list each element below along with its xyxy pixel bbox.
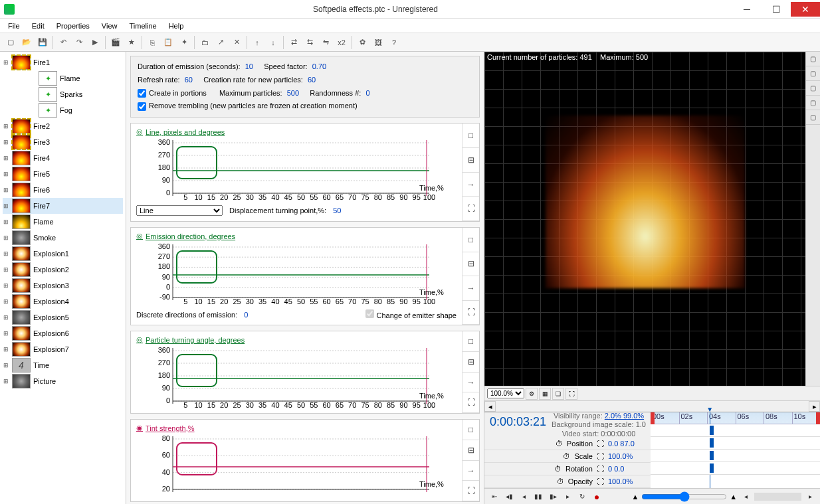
menu-edit[interactable]: Edit — [27, 20, 50, 32]
keyframe[interactable] — [712, 451, 714, 460]
loop-button[interactable]: ↻ — [576, 491, 588, 503]
graph-title[interactable]: ◎Emission direction, degrees — [136, 230, 457, 242]
graph-side-btn-3[interactable]: ⛶ — [462, 197, 479, 221]
graph-title[interactable]: ◉Tint strength,% — [136, 422, 457, 434]
pause-button[interactable]: ▮▮ — [532, 491, 544, 503]
tree-item-smoke[interactable]: ⊞Smoke — [3, 230, 123, 246]
scroll-right-button[interactable]: ▸ — [809, 401, 820, 412]
tree-item-fire5[interactable]: ⊞Fire5 — [3, 166, 123, 182]
leaf-button[interactable]: ✿ — [355, 35, 369, 50]
current-time[interactable]: 0:00:03:21 — [484, 412, 552, 438]
copy-button[interactable]: ⎘ — [145, 35, 159, 50]
graph-side-btn-2[interactable]: → — [462, 373, 479, 393]
graph-side-btn-1[interactable]: ⊟ — [462, 352, 479, 373]
stopwatch-icon[interactable]: ⏱ — [554, 465, 562, 473]
create-portions-checkbox[interactable] — [138, 89, 146, 98]
new-button[interactable]: ▢ — [3, 35, 18, 50]
menu-help[interactable]: Help — [163, 20, 189, 32]
graph-side-btn-0[interactable]: □ — [462, 420, 479, 440]
play-back-button[interactable]: ◂ — [518, 491, 530, 503]
tree-item-fire1[interactable]: ⊞Fire1 — [3, 54, 123, 70]
tree-item-sparks[interactable]: ✦Sparks — [29, 86, 123, 102]
speed-value[interactable]: 0.70 — [312, 62, 326, 70]
tool-btn-4[interactable]: ⛶ — [565, 388, 577, 400]
timeline-row-rotation[interactable]: ⏱Rotation⛶0 0.0 — [484, 463, 651, 475]
graph-canvas[interactable]: 3602701809005101520253035404550556065707… — [136, 137, 457, 201]
star2-button[interactable]: ✦ — [177, 35, 191, 50]
menu-properties[interactable]: Properties — [51, 20, 95, 32]
tool-btn-2[interactable]: ▦ — [539, 388, 551, 400]
keyframe[interactable] — [712, 463, 714, 473]
frame-button[interactable]: ▢ — [806, 110, 820, 125]
tree-item-explosion5[interactable]: ⊞Explosion5 — [3, 309, 123, 325]
graph-title[interactable]: ◎Line, pixels and degrees — [136, 126, 457, 137]
stopwatch-icon[interactable]: ⏱ — [556, 440, 563, 448]
expander-icon[interactable]: ⊞ — [3, 139, 9, 145]
open-button[interactable]: 📂 — [19, 35, 34, 50]
stopwatch-icon[interactable]: ⏱ — [557, 477, 564, 485]
expand-icon[interactable]: ⛶ — [597, 465, 604, 473]
save-button[interactable]: 💾 — [35, 35, 50, 50]
row-value[interactable]: 0 0.0 — [608, 465, 647, 473]
row-value[interactable]: 100.0% — [608, 477, 647, 485]
tree-item-flame[interactable]: ⊞Flame — [3, 214, 123, 230]
layout-button[interactable]: ▢ — [806, 81, 820, 96]
minimize-button[interactable]: ─ — [732, 2, 762, 17]
keyframe[interactable] — [712, 426, 714, 435]
zoom-select[interactable]: 100.0% — [487, 388, 524, 398]
close-button[interactable]: ✕ — [791, 2, 820, 17]
expander-icon[interactable]: ⊞ — [3, 123, 9, 129]
expander-icon[interactable]: ⊞ — [3, 218, 9, 225]
image-button[interactable]: 🖼 — [371, 35, 385, 50]
maxp-value[interactable]: 500 — [287, 89, 299, 97]
graph-side-btn-2[interactable]: → — [462, 276, 479, 301]
x2-button[interactable]: x2 — [334, 35, 349, 50]
expander-icon[interactable]: ⊞ — [3, 378, 9, 384]
paste-button[interactable]: 📋 — [161, 35, 175, 50]
expander-icon[interactable]: ⊞ — [3, 314, 9, 321]
menu-file[interactable]: File — [3, 20, 25, 32]
expander-icon[interactable]: ⊞ — [3, 187, 9, 193]
tree-item-fog[interactable]: ✦Fog — [29, 102, 123, 118]
graph-canvas[interactable]: 80604020Time,% — [136, 434, 457, 497]
tree-item-fire2[interactable]: ⊞Fire2 — [3, 118, 123, 134]
tool-btn-3[interactable]: ❏ — [552, 388, 564, 400]
graph-canvas[interactable]: 3602701809005101520253035404550556065707… — [136, 345, 457, 409]
tree-item-explosion1[interactable]: ⊞Explosion1 — [3, 246, 123, 262]
tree-item-flame[interactable]: ✦Flame — [29, 70, 123, 86]
row-value[interactable]: 100.0% — [608, 452, 647, 460]
graph-title[interactable]: ◎Particle turning angle, degrees — [136, 334, 457, 345]
graph-side-btn-0[interactable]: □ — [462, 331, 479, 352]
expander-icon[interactable]: ⊞ — [3, 362, 9, 369]
timeline-row-scale[interactable]: ⏱Scale⛶100.0% — [484, 450, 651, 463]
remove-trembling-checkbox[interactable] — [138, 102, 146, 111]
stopwatch-icon[interactable]: ⏱ — [563, 452, 570, 460]
range-start-handle[interactable] — [651, 412, 655, 424]
star-button[interactable]: ★ — [124, 35, 139, 50]
expander-icon[interactable]: ⊞ — [3, 203, 9, 209]
tree-item-explosion6[interactable]: ⊞Explosion6 — [3, 325, 123, 341]
emitter-shape-checkbox[interactable] — [365, 309, 374, 318]
graph-side-btn-0[interactable]: □ — [462, 124, 479, 148]
footer-value[interactable]: 0 — [244, 311, 248, 319]
record-button[interactable]: ● — [591, 491, 603, 503]
link1-button[interactable]: ⇄ — [286, 35, 301, 50]
undo-button[interactable]: ↶ — [56, 35, 70, 50]
graph-canvas[interactable]: 360270180900-905101520253035404550556065… — [136, 242, 457, 305]
duration-value[interactable]: 10 — [245, 62, 253, 70]
menu-view[interactable]: View — [96, 20, 123, 32]
link3-button[interactable]: ⇋ — [318, 35, 333, 50]
expander-icon[interactable]: ⊞ — [3, 282, 9, 289]
visibility-range[interactable]: 2.0% 99.0% — [605, 412, 644, 420]
goto-start-button[interactable]: ⇤ — [488, 491, 500, 503]
expander-icon[interactable]: ⊞ — [3, 330, 9, 337]
director-button[interactable]: 🎬 — [108, 35, 123, 50]
expander-icon[interactable]: ⊞ — [3, 298, 9, 305]
expand-icon[interactable]: ⛶ — [597, 452, 604, 460]
tree-item-explosion2[interactable]: ⊞Explosion2 — [3, 262, 123, 278]
tree-item-fire6[interactable]: ⊞Fire6 — [3, 182, 123, 198]
volume-slider[interactable] — [641, 491, 727, 502]
graph-side-btn-2[interactable]: → — [462, 173, 479, 197]
bounds-button[interactable]: ▢ — [806, 96, 820, 110]
tree-item-fire4[interactable]: ⊞Fire4 — [3, 150, 123, 166]
